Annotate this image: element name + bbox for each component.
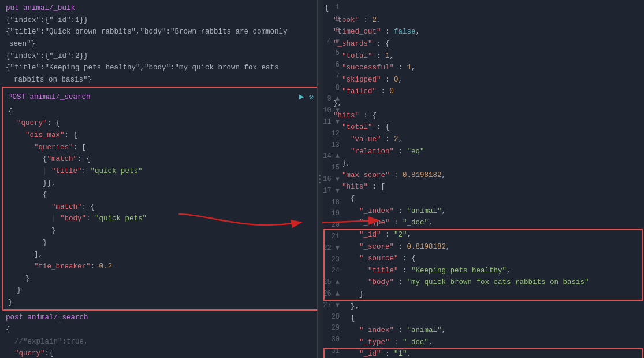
- code-line: }},: [3, 178, 318, 190]
- divider-dot: [319, 182, 321, 183]
- code-line: seen"}: [0, 38, 322, 50]
- json-line: "body" : "my quick brown fox eats rabbit…: [322, 276, 644, 289]
- divider-dot: [319, 175, 321, 176]
- right-panel: 1 2 3 4 ▼ 5 6 7 8 9 ▲ 10 ▼ 11 ▼ 12 13 14…: [322, 0, 644, 358]
- code-line: {: [0, 324, 322, 336]
- json-line: "_type" : "_doc",: [322, 217, 644, 229]
- code-line: {"index":{"_id":1}}: [0, 14, 322, 27]
- json-line: "successful" : 1,: [322, 62, 644, 74]
- code-line: ],: [3, 249, 318, 261]
- code-line: }: [3, 273, 318, 285]
- code-line: rabbits on basis"}: [0, 74, 322, 86]
- code-line: "query": {: [3, 117, 318, 130]
- code-line: {"title":"Keeping pets healthy","body":"…: [0, 62, 322, 74]
- code-line: }: [3, 297, 318, 309]
- json-line: {: [322, 193, 644, 205]
- json-line: },: [322, 157, 644, 169]
- query-toolbar: POST animal/_search ▶ ⚒: [3, 89, 318, 105]
- json-line: "hits" : {: [322, 110, 644, 122]
- json-line: "title" : "Keeping pets healthy",: [322, 265, 644, 277]
- json-line: "took" : 2,: [322, 14, 644, 27]
- json-line: "hits" : [: [322, 181, 644, 193]
- code-line: }: [3, 225, 318, 237]
- code-line: "queries": [: [3, 142, 318, 154]
- code-line: | "body": "quick pets": [3, 213, 318, 225]
- code-line: | "title": "quick pets": [3, 165, 318, 178]
- code-line: {"index":{"_id":2}}: [0, 50, 322, 62]
- code-line: "tie_breaker": 0.2: [3, 261, 318, 273]
- json-line: },: [322, 301, 644, 313]
- code-line: {"match": {: [3, 153, 318, 165]
- json-line: }: [322, 289, 644, 301]
- code-line: {: [3, 106, 318, 118]
- json-line: "_id" : "1",: [322, 348, 644, 358]
- left-panel: put animal/_bulk {"index":{"_id":1}} {"t…: [0, 0, 322, 358]
- json-line: "_source" : {: [322, 253, 644, 265]
- code-line: }: [3, 285, 318, 297]
- json-line: "value" : 2,: [322, 134, 644, 146]
- code-line: {: [3, 189, 318, 201]
- post-label: POST animal/_search: [8, 91, 91, 104]
- code-line: put animal/_bulk: [0, 2, 322, 14]
- toolbar-icons: ▶ ⚒: [299, 90, 314, 105]
- json-line: "skipped" : 0,: [322, 74, 644, 86]
- json-line: "total" : {: [322, 121, 644, 134]
- json-line: "_index" : "animal",: [322, 205, 644, 217]
- json-line: "_score" : 0.8198182,: [322, 241, 644, 253]
- json-line: "max_score" : 0.8198182,: [322, 169, 644, 182]
- code-line: "match": {: [3, 201, 318, 213]
- code-line: post animal/_search: [0, 312, 322, 324]
- json-line: "total" : 1,: [322, 50, 644, 62]
- json-line: "timed_out" : false,: [322, 26, 644, 38]
- json-line: "relation" : "eq": [322, 146, 644, 158]
- highlighted-query-block: POST animal/_search ▶ ⚒ { "query": { "di…: [2, 87, 319, 311]
- code-line: "query":{: [0, 348, 322, 358]
- left-content: put animal/_bulk {"index":{"_id":1}} {"t…: [0, 0, 322, 358]
- code-line: }: [3, 237, 318, 249]
- json-line: "_shards" : {: [322, 38, 644, 50]
- divider-dot: [319, 178, 321, 180]
- json-line: "failed" : 0: [322, 86, 644, 98]
- json-line: "_id" : "2",: [322, 229, 644, 241]
- tools-button[interactable]: ⚒: [309, 91, 314, 104]
- json-line: "_type" : "_doc",: [322, 337, 644, 349]
- code-line: {"title":"Quick brown rabbits","body":"B…: [0, 26, 322, 38]
- run-button[interactable]: ▶: [299, 90, 304, 105]
- json-line: {: [322, 312, 644, 324]
- panel-divider[interactable]: [317, 0, 322, 358]
- code-line: "dis_max": {: [3, 130, 318, 142]
- json-line: },: [322, 98, 644, 110]
- code-line: //"explain":true,: [0, 336, 322, 348]
- json-line: {: [322, 2, 644, 14]
- json-line: "_index" : "animal",: [322, 324, 644, 337]
